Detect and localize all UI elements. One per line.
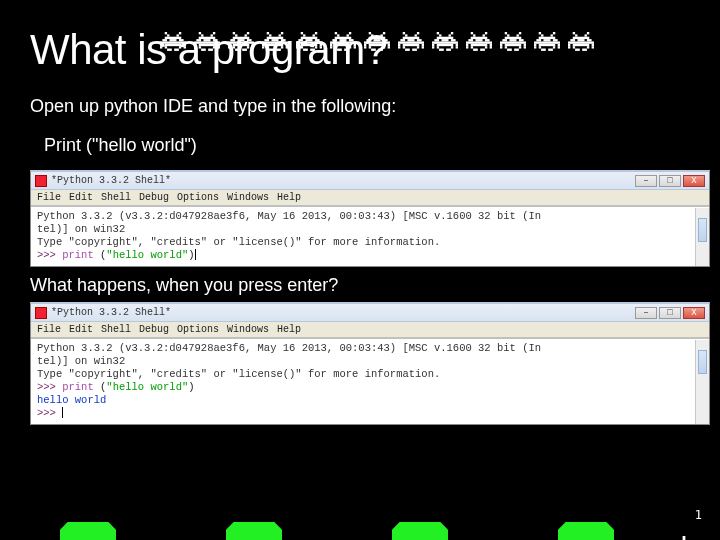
svg-rect-178 — [473, 49, 478, 51]
svg-rect-197 — [514, 49, 519, 51]
bunker-icon — [226, 522, 282, 540]
svg-rect-109 — [383, 32, 385, 34]
minimize-button[interactable]: – — [635, 175, 657, 187]
svg-rect-134 — [398, 41, 424, 43]
svg-rect-20 — [201, 34, 203, 36]
shell-keyword: print — [62, 381, 94, 393]
menu-options[interactable]: Options — [177, 192, 219, 203]
svg-rect-48 — [228, 46, 230, 48]
svg-rect-165 — [483, 34, 485, 36]
menu-file[interactable]: File — [37, 192, 61, 203]
invader-row — [160, 32, 594, 52]
svg-rect-154 — [437, 44, 454, 46]
svg-rect-229 — [573, 46, 575, 48]
svg-rect-149 — [434, 39, 439, 41]
svg-rect-61 — [281, 39, 286, 41]
svg-rect-202 — [539, 37, 556, 39]
svg-rect-37 — [247, 32, 249, 34]
svg-rect-201 — [551, 34, 553, 36]
svg-rect-232 — [575, 49, 580, 51]
invader-icon — [262, 32, 288, 52]
svg-rect-158 — [451, 46, 453, 48]
svg-rect-71 — [276, 49, 281, 51]
invader-icon — [568, 32, 594, 52]
svg-rect-199 — [553, 32, 555, 34]
svg-rect-103 — [335, 46, 337, 48]
svg-rect-88 — [303, 49, 308, 51]
svg-rect-111 — [381, 34, 383, 36]
menu-file[interactable]: File — [37, 324, 61, 335]
svg-rect-50 — [247, 46, 249, 48]
menu-shell[interactable]: Shell — [101, 192, 131, 203]
svg-rect-187 — [519, 39, 524, 41]
menu-help[interactable]: Help — [277, 192, 301, 203]
menu-shell[interactable]: Shell — [101, 324, 131, 335]
shell-paren: ) — [188, 381, 194, 393]
svg-rect-39 — [245, 34, 247, 36]
svg-rect-59 — [264, 39, 269, 41]
shell-paren: ( — [94, 381, 107, 393]
svg-rect-51 — [252, 46, 254, 48]
svg-rect-98 — [330, 41, 356, 43]
svg-rect-221 — [570, 39, 575, 41]
svg-rect-162 — [471, 32, 473, 34]
svg-rect-224 — [568, 41, 594, 43]
svg-rect-63 — [262, 44, 264, 46]
svg-rect-104 — [349, 46, 351, 48]
menu-help[interactable]: Help — [277, 324, 301, 335]
svg-rect-180 — [505, 32, 507, 34]
svg-rect-139 — [403, 46, 405, 48]
scrollbar[interactable] — [695, 340, 709, 424]
minimize-button[interactable]: – — [635, 307, 657, 319]
scrollbar-thumb[interactable] — [698, 350, 707, 374]
svg-rect-1 — [179, 32, 181, 34]
menu-edit[interactable]: Edit — [69, 192, 93, 203]
menu-debug[interactable]: Debug — [139, 192, 169, 203]
menu-edit[interactable]: Edit — [69, 324, 93, 335]
svg-rect-190 — [505, 44, 522, 46]
svg-rect-195 — [524, 46, 526, 48]
svg-rect-183 — [517, 34, 519, 36]
shell-area[interactable]: Python 3.3.2 (v3.3.2:d047928ae3f6, May 1… — [31, 338, 709, 424]
svg-rect-152 — [432, 41, 458, 43]
svg-rect-93 — [347, 34, 349, 36]
svg-rect-166 — [471, 37, 488, 39]
scrollbar[interactable] — [695, 208, 709, 266]
window-titlebar: *Python 3.3.2 Shell* – □ X — [31, 172, 709, 190]
scrollbar-thumb[interactable] — [698, 218, 707, 242]
svg-rect-86 — [315, 46, 317, 48]
svg-rect-18 — [199, 32, 201, 34]
menu-windows[interactable]: Windows — [227, 192, 269, 203]
svg-rect-70 — [269, 49, 274, 51]
bunker-icon — [60, 522, 116, 540]
maximize-button[interactable]: □ — [659, 175, 681, 187]
close-button[interactable]: X — [683, 175, 705, 187]
shell-string: "hello world" — [106, 249, 188, 261]
svg-rect-140 — [417, 46, 419, 48]
svg-rect-60 — [271, 39, 278, 41]
svg-rect-146 — [439, 34, 441, 36]
menu-debug[interactable]: Debug — [139, 324, 169, 335]
invader-icon — [296, 32, 322, 52]
svg-rect-89 — [310, 49, 315, 51]
svg-rect-54 — [267, 32, 269, 34]
svg-rect-138 — [398, 46, 400, 48]
svg-rect-67 — [267, 46, 269, 48]
menu-windows[interactable]: Windows — [227, 324, 269, 335]
svg-rect-40 — [233, 37, 250, 39]
close-button[interactable]: X — [683, 307, 705, 319]
svg-rect-72 — [301, 32, 303, 34]
svg-rect-105 — [354, 46, 356, 48]
svg-rect-119 — [388, 44, 390, 46]
shell-area[interactable]: Python 3.3.2 (v3.3.2:d047928ae3f6, May 1… — [31, 206, 709, 266]
shell-banner-line: Type "copyright", "credits" or "license(… — [37, 236, 440, 248]
maximize-button[interactable]: □ — [659, 307, 681, 319]
svg-rect-143 — [412, 49, 417, 51]
svg-rect-208 — [539, 44, 556, 46]
svg-rect-121 — [369, 46, 371, 48]
svg-rect-68 — [281, 46, 283, 48]
menubar: File Edit Shell Debug Options Windows He… — [31, 322, 709, 338]
svg-rect-4 — [165, 37, 182, 39]
svg-rect-169 — [485, 39, 490, 41]
menu-options[interactable]: Options — [177, 324, 219, 335]
